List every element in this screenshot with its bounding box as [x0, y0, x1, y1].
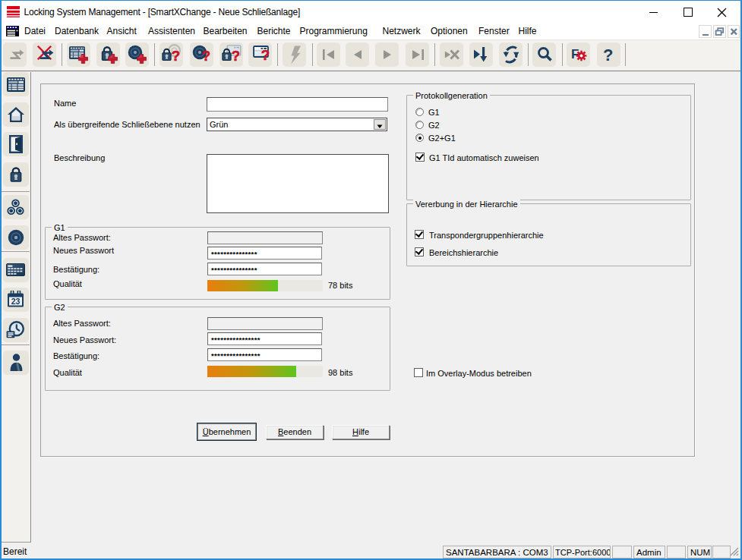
svg-text:?: ? [603, 46, 613, 64]
